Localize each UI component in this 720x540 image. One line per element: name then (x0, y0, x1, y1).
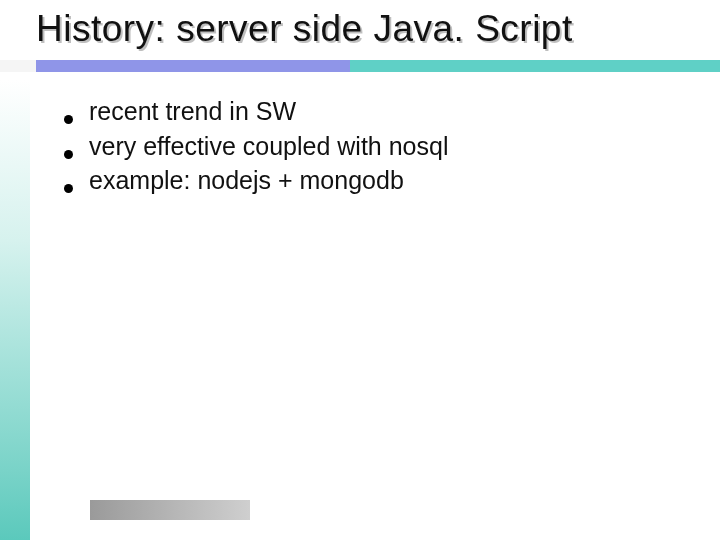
slide-title: History: server side Java. Script (36, 8, 696, 50)
slide-title-wrap: History: server side Java. Script Histor… (36, 8, 696, 50)
title-underline (0, 60, 720, 72)
list-item: recent trend in SW (64, 96, 664, 127)
bullet-icon (64, 115, 73, 124)
left-gradient-bar (0, 80, 30, 540)
bullet-icon (64, 150, 73, 159)
list-item: very effective coupled with nosql (64, 131, 664, 162)
bullet-icon (64, 184, 73, 193)
bullet-list: recent trend in SW very effective couple… (64, 96, 664, 200)
bullet-text: example: nodejs + mongodb (89, 165, 404, 196)
bullet-text: recent trend in SW (89, 96, 296, 127)
bullet-text: very effective coupled with nosql (89, 131, 448, 162)
slide: History: server side Java. Script Histor… (0, 0, 720, 540)
list-item: example: nodejs + mongodb (64, 165, 664, 196)
footer-bar (90, 500, 250, 520)
